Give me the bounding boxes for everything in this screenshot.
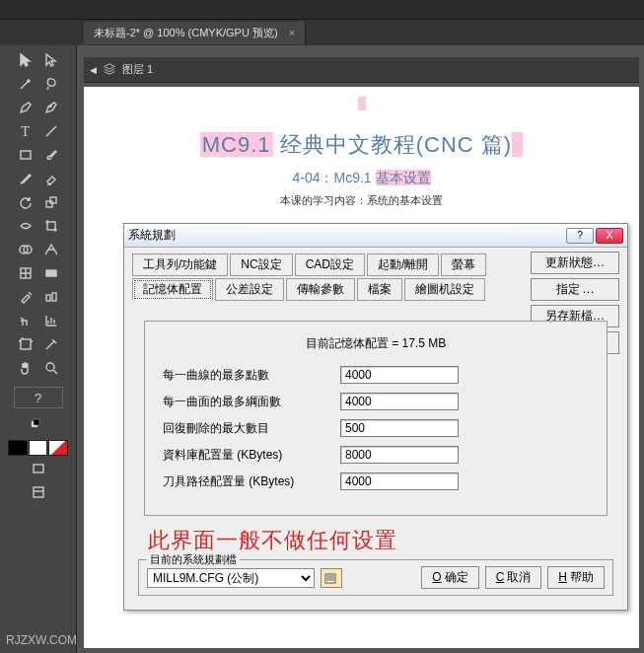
svg-point-4 bbox=[46, 221, 48, 223]
document-tab-row: 未标题-2* @ 100% (CMYK/GPU 预览) × bbox=[0, 20, 644, 45]
field-input-3[interactable] bbox=[340, 446, 459, 464]
slice-tool[interactable] bbox=[39, 333, 63, 355]
side-button-1[interactable]: 指定 … bbox=[531, 278, 619, 301]
graph-tool[interactable] bbox=[39, 310, 63, 331]
swatch-black[interactable] bbox=[8, 440, 28, 456]
field-label: 資料庫配置量 (KBytes) bbox=[163, 447, 340, 464]
color-swatches bbox=[2, 438, 74, 458]
current-config-group: 目前的系統規劃檔 MILL9M.CFG (公制) O 确定 C 取消 H 帮助 bbox=[138, 559, 613, 596]
curvature-tool[interactable] bbox=[39, 97, 63, 118]
eyedropper-tool[interactable] bbox=[14, 286, 37, 308]
dialog-tab-6[interactable]: 公差設定 bbox=[215, 278, 284, 301]
magic-wand-tool[interactable] bbox=[14, 73, 37, 95]
field-label: 每一曲線的最多點數 bbox=[163, 367, 340, 384]
scale-tool[interactable] bbox=[39, 191, 63, 213]
ok-button[interactable]: O 确定 bbox=[421, 566, 478, 589]
pen-tool[interactable] bbox=[14, 97, 37, 118]
current-config-label: 目前的系統規劃檔 bbox=[147, 552, 240, 567]
help-button[interactable]: ? bbox=[14, 387, 63, 408]
svg-rect-16 bbox=[34, 465, 43, 472]
side-button-0[interactable]: 更新狀態… bbox=[531, 252, 619, 274]
dialog-tab-2[interactable]: CAD設定 bbox=[295, 254, 365, 276]
svg-rect-11 bbox=[52, 293, 56, 301]
layers-panel-title: 图层 1 bbox=[122, 62, 153, 77]
screen-mode-button[interactable] bbox=[27, 458, 50, 479]
help-button[interactable]: H 帮助 bbox=[547, 566, 605, 589]
dialog-tab-4[interactable]: 螢幕 bbox=[441, 254, 486, 276]
field-input-1[interactable] bbox=[340, 393, 459, 410]
config-file-combo[interactable]: MILL9M.CFG (公制) bbox=[147, 568, 315, 588]
rectangle-tool[interactable] bbox=[14, 144, 37, 166]
memory-current-label: 目前記憶体配置 = 17.5 MB bbox=[163, 335, 589, 352]
mesh-tool[interactable] bbox=[14, 262, 37, 284]
perspective-tool[interactable] bbox=[39, 239, 63, 260]
pencil-tool[interactable] bbox=[14, 168, 37, 189]
layers-panel-header[interactable]: ◀ 图层 1 bbox=[84, 57, 639, 83]
svg-rect-1 bbox=[46, 201, 52, 207]
field-input-2[interactable] bbox=[340, 419, 459, 437]
layers-stack-icon bbox=[103, 62, 116, 78]
chevron-left-icon[interactable]: ◀ bbox=[90, 65, 97, 75]
field-input-0[interactable] bbox=[340, 366, 459, 384]
shape-builder-tool[interactable] bbox=[14, 239, 37, 260]
swatch-white[interactable] bbox=[29, 440, 48, 456]
svg-rect-2 bbox=[50, 197, 56, 203]
artboard-tool[interactable] bbox=[14, 333, 37, 355]
field-row-0: 每一曲線的最多點數 bbox=[163, 366, 589, 384]
dialog-tab-5[interactable]: 記憶体配置 bbox=[132, 278, 213, 301]
type-tool[interactable]: T bbox=[14, 120, 37, 142]
svg-rect-12 bbox=[21, 339, 31, 349]
watermark: RJZXW.COM bbox=[6, 633, 77, 647]
direct-selection-tool[interactable] bbox=[39, 49, 63, 71]
document-canvas: MC9.1 经典中文教程(CNC 篇) 4-04：Mc9.1 基本设置 本课的学… bbox=[84, 87, 639, 648]
symbol-sprayer-tool[interactable] bbox=[14, 310, 37, 331]
dialog-titlebar[interactable]: 系統規劃 ? X bbox=[124, 224, 627, 248]
dialog-tab-9[interactable]: 繪圖机設定 bbox=[404, 278, 485, 301]
toggle-panel-button[interactable] bbox=[27, 481, 50, 503]
field-input-4[interactable] bbox=[340, 472, 459, 490]
swatch-red[interactable] bbox=[48, 440, 68, 456]
field-row-2: 回復刪除的最大數目 bbox=[163, 419, 589, 437]
hand-tool[interactable] bbox=[14, 357, 37, 379]
svg-rect-0 bbox=[21, 151, 31, 159]
field-label: 每一曲面的最多綱面數 bbox=[163, 394, 340, 410]
dialog-help-icon[interactable]: ? bbox=[566, 228, 594, 244]
free-transform-tool[interactable] bbox=[39, 215, 63, 237]
document-tab[interactable]: 未标题-2* @ 100% (CMYK/GPU 预览) × bbox=[84, 22, 306, 44]
app-titlebar bbox=[0, 0, 644, 20]
close-tab-icon[interactable]: × bbox=[289, 27, 295, 38]
fill-stroke-swap[interactable] bbox=[14, 410, 63, 436]
blend-tool[interactable] bbox=[39, 286, 63, 308]
svg-rect-15 bbox=[34, 419, 39, 425]
gradient-tool[interactable] bbox=[39, 262, 63, 284]
dialog-tab-7[interactable]: 傳輸參數 bbox=[286, 278, 355, 301]
eraser-tool[interactable] bbox=[39, 168, 63, 189]
lasso-tool[interactable] bbox=[39, 73, 63, 95]
rotate-tool[interactable] bbox=[14, 191, 37, 213]
page-subtitle: 4-04：Mc9.1 基本设置 bbox=[104, 170, 619, 187]
selection-tool[interactable] bbox=[14, 49, 37, 71]
brush-tool[interactable] bbox=[39, 144, 63, 166]
svg-point-13 bbox=[46, 363, 54, 371]
dialog-tab-8[interactable]: 檔案 bbox=[357, 278, 402, 301]
tools-panel: T ? bbox=[0, 45, 77, 653]
svg-rect-17 bbox=[34, 487, 43, 497]
page-lesson-desc: 本课的学习内容：系统的基本设置 bbox=[104, 193, 619, 208]
width-tool[interactable] bbox=[14, 215, 37, 237]
dialog-tab-1[interactable]: NC設定 bbox=[230, 254, 292, 276]
dialog-tabset: 工具列/功能鍵NC設定CAD設定起動/離開螢幕記憶体配置公差設定傳輸參數檔案繪圖… bbox=[132, 254, 507, 303]
page-title: MC9.1 经典中文教程(CNC 篇) bbox=[104, 130, 619, 160]
zoom-tool[interactable] bbox=[39, 357, 63, 379]
dialog-tab-3[interactable]: 起動/離開 bbox=[367, 254, 439, 276]
line-tool[interactable] bbox=[39, 120, 63, 142]
browse-file-icon[interactable] bbox=[321, 568, 342, 588]
document-tab-title: 未标题-2* @ 100% (CMYK/GPU 预览) bbox=[94, 27, 278, 38]
dialog-title: 系統規劃 bbox=[128, 227, 564, 244]
cancel-button[interactable]: C 取消 bbox=[485, 566, 542, 589]
pink-marker bbox=[358, 97, 366, 110]
memory-config-group: 目前記憶体配置 = 17.5 MB 每一曲線的最多點數每一曲面的最多綱面數回復刪… bbox=[144, 321, 608, 516]
dialog-tab-0[interactable]: 工具列/功能鍵 bbox=[132, 254, 228, 276]
svg-rect-9 bbox=[46, 270, 56, 276]
dialog-close-icon[interactable]: X bbox=[596, 228, 623, 244]
field-label: 回復刪除的最大數目 bbox=[163, 420, 340, 437]
